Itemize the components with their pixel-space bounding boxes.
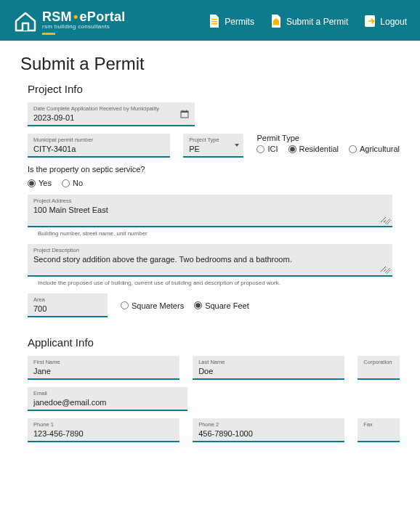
house-icon (13, 11, 38, 33)
nav-logout[interactable]: Logout (364, 15, 407, 30)
radio-septic-yes[interactable]: Yes (28, 179, 52, 187)
label-permit-type: Permit Type (257, 134, 400, 142)
label-area: Area (33, 296, 102, 303)
radio-label-agricultural: Agricultural (360, 145, 400, 153)
brand-subtitle: rsm building consultants (42, 23, 126, 30)
logout-icon (364, 15, 376, 30)
input-project-address[interactable]: 100 Main Street East (33, 206, 387, 223)
document-icon (209, 15, 220, 30)
helper-project-address: Building number, street name, unit numbe… (38, 230, 148, 237)
page-title: Submit a Permit (20, 54, 400, 74)
radio-permit-agricultural[interactable]: Agricultural (349, 145, 400, 153)
svg-rect-4 (182, 110, 183, 112)
input-phone1[interactable] (33, 429, 174, 438)
radio-septic-no[interactable]: No (62, 179, 83, 187)
helper-project-description: Include the proposed use of building, cu… (38, 280, 280, 286)
field-email[interactable]: Email (28, 387, 187, 411)
radio-permit-residential[interactable]: Residential (288, 145, 339, 153)
nav-permits-label: Permits (225, 17, 254, 27)
radio-label-septic-yes: Yes (39, 179, 52, 187)
radio-input-ici[interactable] (257, 145, 264, 153)
label-project-address: Project Address (33, 198, 387, 204)
radio-label-ici: ICI (267, 145, 278, 153)
brand-underline-icon (42, 33, 55, 35)
radio-input-sqm[interactable] (121, 301, 129, 309)
label-project-type: Project Type (189, 137, 238, 143)
field-municipal-permit[interactable]: Municipal permit number (28, 134, 170, 158)
group-permit-type: Permit Type ICI Residential Agricultural (257, 134, 400, 153)
field-project-type[interactable]: Project Type PE (183, 134, 243, 158)
nav-links: Permits Submit a Permit Logout (209, 15, 407, 30)
calendar-icon[interactable] (180, 110, 189, 118)
brand-name-b: ePortal (80, 9, 126, 24)
input-project-description[interactable]: Second story addition above the garage. … (33, 255, 387, 272)
radio-input-septic-no[interactable] (62, 179, 70, 187)
field-project-description[interactable]: Project Description Second story additio… (28, 244, 392, 277)
nav-permits[interactable]: Permits (209, 15, 254, 30)
input-email[interactable] (33, 398, 182, 407)
nav-logout-label: Logout (380, 17, 407, 27)
nav-submit-label: Submit a Permit (286, 17, 348, 27)
field-date-received[interactable]: Date Complete Application Received by Mu… (28, 102, 195, 126)
input-last-name[interactable] (198, 367, 339, 375)
input-first-name[interactable] (33, 367, 174, 375)
radio-label-septic-no: No (73, 179, 83, 187)
section-title-project: Project Info (28, 83, 400, 95)
submit-house-icon (270, 15, 282, 30)
label-date-received: Date Complete Application Received by Mu… (33, 105, 189, 112)
select-project-type[interactable]: PE (189, 145, 238, 153)
input-area[interactable] (33, 304, 102, 313)
radio-input-agricultural[interactable] (349, 145, 357, 153)
field-project-address[interactable]: Project Address 100 Main Street East (28, 195, 392, 227)
radio-unit-sqm[interactable]: Square Meters (121, 301, 184, 310)
field-corporation[interactable]: Corporation (358, 356, 400, 380)
brand-name-a: RSM (42, 9, 72, 24)
input-municipal-permit[interactable] (33, 145, 164, 153)
label-corporation: Corporation (363, 359, 394, 365)
section-title-applicant: Applicant Info (28, 336, 400, 349)
field-first-name[interactable]: First Name (28, 356, 179, 380)
field-phone2[interactable]: Phone 2 (193, 418, 344, 442)
brand-text: RSM•ePortal rsm building consultants (42, 9, 126, 35)
input-fax[interactable] (363, 429, 394, 438)
field-last-name[interactable]: Last Name (193, 356, 344, 380)
label-last-name: Last Name (198, 359, 339, 365)
input-date-received[interactable] (33, 113, 189, 122)
brand-dot-icon: • (73, 9, 78, 24)
radio-input-septic-yes[interactable] (28, 179, 36, 187)
section-applicant-info: Applicant Info First Name Last Name Corp… (20, 336, 400, 442)
radio-input-sqft[interactable] (194, 301, 202, 309)
field-area[interactable]: Area (28, 293, 108, 317)
label-phone1: Phone 1 (33, 421, 174, 428)
input-corporation[interactable] (363, 367, 394, 375)
field-fax[interactable]: Fax (358, 418, 400, 442)
label-fax: Fax (363, 421, 394, 428)
svg-rect-5 (186, 110, 187, 112)
input-phone2[interactable] (198, 429, 339, 438)
section-project-info: Project Info Date Complete Application R… (20, 83, 400, 317)
label-phone2: Phone 2 (198, 421, 339, 428)
label-municipal-permit: Municipal permit number (33, 137, 164, 143)
top-nav: RSM•ePortal rsm building consultants Per… (0, 0, 420, 41)
field-phone1[interactable]: Phone 1 (28, 418, 179, 442)
page-body: Submit a Permit Project Info Date Comple… (0, 41, 420, 483)
radio-input-residential[interactable] (288, 145, 296, 153)
label-email: Email (33, 390, 182, 397)
svg-rect-3 (181, 111, 188, 113)
radio-label-sqft: Square Feet (205, 301, 249, 310)
radio-label-residential: Residential (299, 145, 339, 153)
radio-unit-sqft[interactable]: Square Feet (194, 301, 249, 310)
label-first-name: First Name (33, 359, 174, 365)
brand-logo[interactable]: RSM•ePortal rsm building consultants (13, 9, 126, 35)
radio-label-sqm: Square Meters (132, 301, 184, 310)
label-septic-question: Is the property on septic service? (28, 165, 145, 174)
label-project-description: Project Description (33, 247, 387, 253)
radio-permit-ici[interactable]: ICI (257, 145, 278, 153)
nav-submit-permit[interactable]: Submit a Permit (270, 15, 348, 30)
